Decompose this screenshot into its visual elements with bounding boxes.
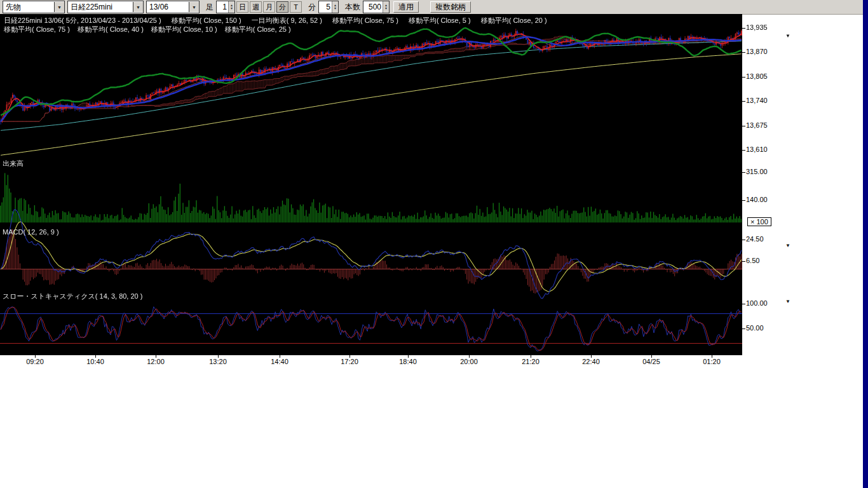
macd-pane-label: MACD( 12, 26, 9 ): [3, 228, 59, 236]
axis-tick: [408, 355, 409, 358]
price-axis-label: 13,610: [746, 146, 768, 153]
legend-row-1: 日経225mini 13/06( 5分, 2013/04/23 - 2013/0…: [4, 16, 547, 25]
indicator-label-ma40: 移動平均( Close, 40 ): [78, 25, 144, 34]
period-button-minute[interactable]: 分: [276, 1, 288, 13]
axis-tick: [35, 355, 36, 358]
axis-tick: [218, 355, 219, 358]
macd-pane-collapse-arrow-icon[interactable]: ▼: [785, 243, 790, 248]
stoch-axis-label: 50.00: [746, 324, 764, 332]
period-button-tick[interactable]: T: [290, 1, 302, 13]
axis-tick: [349, 355, 350, 358]
time-axis-label: 09:20: [21, 358, 49, 365]
bar-label: 足: [206, 2, 214, 13]
time-axis-label: 21:20: [517, 358, 545, 365]
count-stepper[interactable]: ▴▾: [363, 1, 390, 13]
axis-tick: [156, 355, 156, 358]
axis-tick: [742, 329, 745, 329]
count-label: 本数: [345, 2, 360, 13]
indicator-label-ma20: 移動平均( Close, 20 ): [481, 16, 547, 25]
indicator-label-ichimoku: 一目均衡表( 9, 26, 52 ): [252, 16, 322, 25]
count-input[interactable]: [363, 1, 383, 13]
stoch-pane-collapse-arrow-icon[interactable]: ▼: [785, 299, 790, 304]
period-button-month[interactable]: 月: [263, 1, 275, 13]
contract-month-select[interactable]: 13/06 ▼: [146, 1, 200, 13]
main-toolbar: 先物 ▼ 日経225mini ▼ 13/06 ▼ 足 ▴▾ 日 週 月 分 T …: [0, 0, 863, 15]
symbol-value: 日経225mini: [68, 2, 133, 13]
axis-tick: [742, 101, 745, 102]
chart-application-window: 先物 ▼ 日経225mini ▼ 13/06 ▼ 足 ▴▾ 日 週 月 分 T …: [0, 0, 868, 488]
axis-tick: [742, 240, 745, 240]
volume-pane-label: 出来高: [3, 159, 24, 168]
axis-tick: [742, 126, 745, 126]
time-axis-label: 13:20: [204, 358, 232, 365]
period-button-week[interactable]: 週: [250, 1, 262, 13]
axis-tick: [742, 77, 745, 78]
chevron-down-icon[interactable]: ▼: [54, 2, 64, 12]
chart-title: 日経225mini 13/06( 5分, 2013/04/23 - 2013/0…: [4, 16, 161, 25]
time-axis-label: 10:40: [81, 358, 109, 365]
legend-row-2: 移動平均( Close, 75 ) 移動平均( Close, 40 ) 移動平均…: [4, 25, 291, 34]
price-pane-collapse-arrow-icon[interactable]: ▼: [785, 33, 790, 39]
chart-area: [0, 14, 742, 355]
axis-tick: [712, 355, 712, 358]
instrument-type-value: 先物: [3, 2, 54, 13]
axis-tick: [591, 355, 592, 358]
multi-symbol-button[interactable]: 複数銘柄: [430, 1, 471, 13]
chart-canvas[interactable]: [0, 14, 742, 355]
axis-tick: [280, 355, 280, 358]
indicator-label-ma5: 移動平均( Close, 5 ): [409, 16, 471, 25]
time-axis-label: 22:40: [577, 358, 605, 365]
macd-axis-label: 6.50: [746, 257, 759, 264]
time-axis-label: 04/25: [637, 358, 665, 365]
indicator-label-ma75b: 移動平均( Close, 75 ): [4, 25, 70, 34]
minute-value-input[interactable]: [319, 1, 332, 13]
instrument-type-select[interactable]: 先物 ▼: [3, 1, 65, 13]
volume-axis-label: 140.00: [746, 196, 768, 203]
symbol-select[interactable]: 日経225mini ▼: [67, 1, 144, 13]
chevron-down-icon[interactable]: ▼: [133, 2, 143, 12]
time-axis-label: 01:20: [698, 358, 726, 365]
minute-value-stepper[interactable]: ▴▾: [318, 1, 339, 13]
stoch-axis-label: 100.00: [746, 299, 768, 307]
volume-multiplier-badge: × 100: [747, 217, 771, 226]
apply-button[interactable]: 適用: [393, 1, 419, 13]
price-axis-label: 13,870: [746, 48, 768, 55]
axis-tick: [531, 355, 531, 358]
spinner-arrows-icon[interactable]: ▴▾: [332, 1, 338, 13]
axis-tick: [742, 150, 745, 151]
axis-tick: [742, 28, 745, 29]
axis-tick: [742, 200, 745, 201]
axis-tick: [742, 172, 745, 173]
axis-tick: [742, 52, 745, 53]
volume-axis-label: 315.00: [746, 168, 768, 175]
axis-tick: [469, 355, 470, 358]
price-axis-label: 13,935: [746, 24, 768, 31]
window-edge-strip: [863, 0, 868, 488]
time-axis-label: 20:00: [455, 358, 483, 365]
bar-interval-stepper[interactable]: ▴▾: [216, 1, 235, 13]
period-button-day[interactable]: 日: [236, 1, 248, 13]
axis-tick: [742, 304, 745, 304]
axis-tick: [95, 355, 96, 358]
time-axis-label: 18:40: [394, 358, 422, 365]
indicator-label-ma10: 移動平均( Close, 10 ): [151, 25, 217, 34]
macd-axis-label: 24.50: [746, 235, 764, 243]
price-axis-label: 13,805: [746, 72, 768, 80]
axis-tick: [651, 355, 652, 358]
indicator-label-ma150: 移動平均( Close, 150 ): [172, 16, 241, 25]
price-axis-label: 13,740: [746, 97, 768, 104]
time-axis-label: 17:20: [336, 358, 363, 365]
contract-month-value: 13/06: [147, 3, 189, 11]
spinner-arrows-icon[interactable]: ▴▾: [383, 1, 389, 13]
price-axis-label: 13,675: [746, 121, 768, 129]
time-axis-label: 12:00: [142, 358, 170, 365]
spinner-arrows-icon[interactable]: ▴▾: [228, 1, 234, 13]
indicator-label-ma25: 移動平均( Close, 25 ): [225, 25, 291, 34]
bar-interval-input[interactable]: [217, 1, 228, 13]
stoch-pane-label: スロー・ストキャスティクス( 14, 3, 80, 20 ): [3, 292, 142, 301]
minute-label: 分: [308, 2, 316, 13]
time-axis-label: 14:40: [266, 358, 294, 365]
chevron-down-icon[interactable]: ▼: [189, 2, 199, 12]
indicator-label-ma75: 移動平均( Close, 75 ): [332, 16, 398, 25]
axis-tick: [742, 261, 745, 262]
